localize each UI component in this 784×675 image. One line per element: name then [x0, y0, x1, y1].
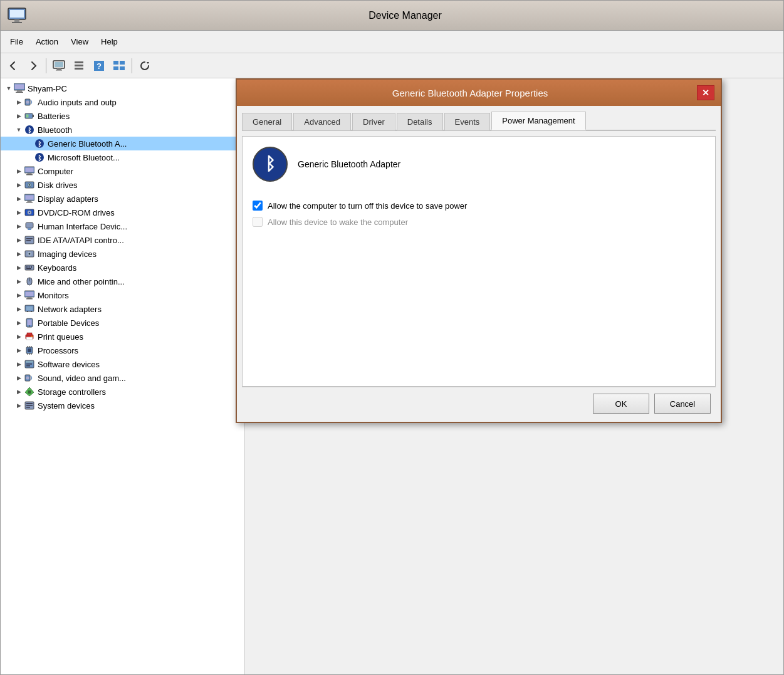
display-icon: [24, 193, 35, 204]
computer-view-button[interactable]: [50, 57, 68, 75]
menu-view[interactable]: View: [65, 34, 95, 49]
tree-root[interactable]: Shyam-PC: [1, 81, 244, 95]
expand-audio[interactable]: [14, 97, 24, 107]
expand-generic-bt: [24, 139, 34, 149]
menu-help[interactable]: Help: [95, 34, 124, 49]
tree-storage[interactable]: Storage controllers: [1, 385, 244, 399]
tree-imaging[interactable]: Imaging devices: [1, 247, 244, 261]
back-button[interactable]: [4, 57, 23, 75]
expand-computer[interactable]: [14, 166, 24, 176]
tab-details[interactable]: Details: [397, 113, 443, 130]
tree-monitors[interactable]: Monitors: [1, 288, 244, 302]
expand-portable[interactable]: [14, 318, 24, 328]
expand-processors[interactable]: [14, 345, 24, 355]
expand-software[interactable]: [14, 359, 24, 369]
tree-disk[interactable]: Disk drives: [1, 178, 244, 192]
svg-rect-10: [75, 68, 83, 70]
refresh-button[interactable]: [135, 57, 154, 75]
tab-driver[interactable]: Driver: [352, 113, 395, 130]
power-save-row: Allow the computer to turn off this devi…: [253, 201, 705, 211]
ms-bt-icon: ᛒ: [34, 152, 45, 163]
tab-power-management[interactable]: Power Management: [491, 112, 585, 130]
svg-rect-50: [26, 238, 33, 239]
tree-bluetooth[interactable]: ᛒ Bluetooth: [1, 123, 244, 137]
tree-dvd[interactable]: DVD/CD-ROM drives: [1, 206, 244, 219]
expand-display[interactable]: [14, 194, 24, 204]
list-view-button[interactable]: [70, 57, 88, 75]
menu-action[interactable]: Action: [29, 34, 65, 49]
expand-network[interactable]: [14, 304, 24, 314]
ok-button[interactable]: OK: [593, 394, 649, 414]
expand-root[interactable]: [4, 83, 14, 93]
cancel-button[interactable]: Cancel: [654, 394, 711, 414]
svg-rect-35: [28, 173, 32, 174]
expand-print[interactable]: [14, 332, 24, 342]
svg-point-54: [29, 253, 31, 255]
svg-rect-26: [26, 115, 29, 118]
tree-ide[interactable]: IDE ATA/ATAPI contro...: [1, 233, 244, 247]
tree-view-button[interactable]: [110, 57, 128, 75]
tab-advanced[interactable]: Advanced: [293, 113, 351, 130]
expand-ide[interactable]: [14, 235, 24, 245]
expand-hid[interactable]: [14, 221, 24, 231]
tree-portable[interactable]: Portable Devices: [1, 316, 244, 330]
svg-rect-20: [17, 90, 22, 92]
svg-rect-64: [28, 297, 32, 298]
processor-icon: [24, 345, 35, 356]
tree-hid[interactable]: Human Interface Devic...: [1, 219, 244, 233]
svg-rect-76: [27, 333, 32, 335]
svg-rect-67: [26, 306, 33, 310]
expand-storage[interactable]: [14, 387, 24, 397]
tree-software[interactable]: Software devices: [1, 357, 244, 371]
dialog-close-button[interactable]: ✕: [697, 85, 714, 100]
tree-ms-bt[interactable]: ᛒ Microsoft Bluetoot...: [1, 150, 244, 164]
disk-icon: [24, 179, 35, 191]
svg-text:ᛒ: ᛒ: [38, 140, 42, 148]
svg-rect-14: [120, 61, 125, 65]
tree-audio[interactable]: Audio inputs and outp: [1, 95, 244, 109]
wake-computer-checkbox[interactable]: [253, 217, 263, 227]
expand-dvd[interactable]: [14, 207, 24, 217]
tree-batteries[interactable]: Batteries: [1, 109, 244, 123]
dialog-title-bar: Generic Bluetooth Adapter Properties ✕: [237, 80, 721, 106]
svg-rect-59: [26, 268, 31, 269]
tabs-container: General Advanced Driver Details Events P…: [242, 111, 716, 131]
expand-bluetooth[interactable]: [14, 125, 24, 135]
tab-general[interactable]: General: [242, 113, 292, 130]
tree-sound[interactable]: Sound, video and gam...: [1, 371, 244, 385]
content-area: Shyam-PC Audio inputs and outp: [1, 78, 783, 674]
wake-computer-row: Allow this device to wake the computer: [253, 217, 705, 227]
processors-label: Processors: [38, 346, 78, 355]
expand-sound[interactable]: [14, 373, 24, 383]
svg-rect-56: [26, 266, 28, 268]
svg-rect-21: [16, 92, 23, 93]
tree-print[interactable]: Print queues: [1, 330, 244, 343]
svg-rect-36: [26, 174, 33, 175]
tree-computer[interactable]: Computer: [1, 164, 244, 178]
expand-keyboards[interactable]: [14, 263, 24, 273]
power-save-checkbox[interactable]: [253, 201, 263, 211]
expand-mice[interactable]: [14, 276, 24, 286]
system-label: System devices: [38, 401, 95, 411]
tab-events[interactable]: Events: [444, 113, 491, 130]
menu-file[interactable]: File: [4, 34, 29, 49]
ide-icon: [24, 234, 35, 246]
tree-generic-bt[interactable]: ᛒ Generic Bluetooth A...: [1, 137, 244, 150]
expand-disk[interactable]: [14, 180, 24, 190]
svg-rect-1: [10, 10, 24, 18]
tree-network[interactable]: Network adapters: [1, 302, 244, 316]
tree-processors[interactable]: Processors: [1, 343, 244, 357]
expand-imaging[interactable]: [14, 249, 24, 259]
device-tree[interactable]: Shyam-PC Audio inputs and outp: [1, 78, 245, 674]
help-button[interactable]: ?: [90, 57, 108, 75]
tree-display[interactable]: Display adapters: [1, 192, 244, 206]
expand-batteries[interactable]: [14, 111, 24, 121]
tree-mice[interactable]: Mice and other pointin...: [1, 275, 244, 288]
expand-monitors[interactable]: [14, 290, 24, 300]
tree-system[interactable]: System devices: [1, 399, 244, 412]
svg-rect-51: [26, 240, 31, 241]
forward-button[interactable]: [24, 57, 43, 75]
expand-system[interactable]: [14, 400, 24, 411]
tree-keyboards[interactable]: Keyboards: [1, 261, 244, 275]
batteries-label: Batteries: [38, 112, 70, 121]
